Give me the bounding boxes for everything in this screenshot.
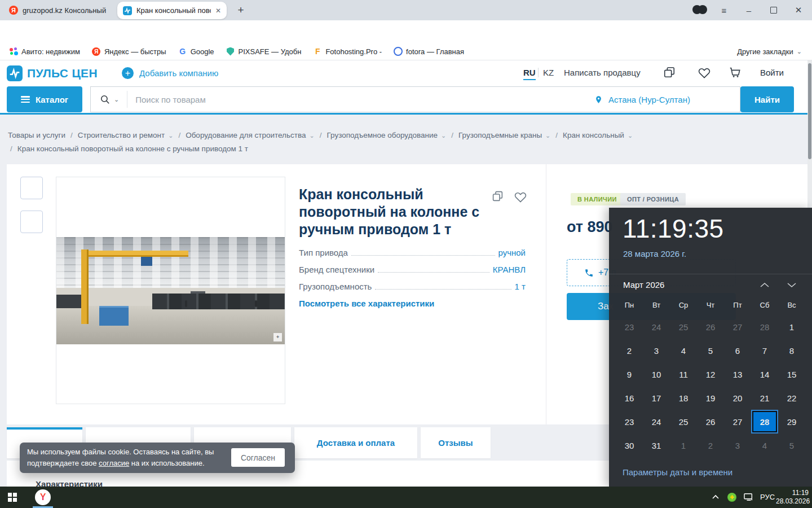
calendar-day[interactable]: 28 [751,410,778,433]
all-specs-link[interactable]: Посмотреть все характеристики [299,299,434,308]
tab-reviews[interactable]: Отзывы [421,427,491,458]
breadcrumb-link[interactable]: Грузоподъемное оборудование [326,130,438,141]
calendar-day[interactable]: 14 [751,362,778,386]
calendar-day[interactable]: 5 [778,433,805,457]
chevron-down-icon[interactable]: ⌄ [441,130,446,141]
chevron-down-icon[interactable]: ⌄ [168,130,173,141]
product-main-image[interactable]: ✦ [56,177,285,404]
calendar-day[interactable]: 1 [778,315,805,339]
find-button[interactable]: Найти [740,86,794,112]
bookmark-fotohosting[interactable]: F Fotohosting.Pro - [313,47,382,56]
bookmark-pixsafe[interactable]: PIXSAFE — Удобн [226,47,302,56]
tray-expand-icon[interactable] [712,494,720,500]
calendar-day[interactable]: 6 [724,339,751,362]
calendar-day[interactable]: 26 [697,315,724,339]
compare-icon[interactable] [492,190,505,204]
calendar-day[interactable]: 21 [751,386,778,410]
breadcrumb-link[interactable]: Строительство и ремонт [78,130,165,141]
chevron-down-icon[interactable]: ⌄ [309,130,314,141]
calendar-day[interactable]: 26 [697,410,724,433]
attr-value-link[interactable]: КРАНВЛ [493,265,526,274]
write-seller-link[interactable]: Написать продавцу [564,68,641,77]
add-company-button[interactable]: + Добавить компанию [122,67,218,79]
calendar-day[interactable]: 8 [778,339,805,362]
calendar-day[interactable]: 27 [724,410,751,433]
calendar-day[interactable]: 27 [724,315,751,339]
breadcrumb-link[interactable]: Товары и услуги [8,130,65,141]
breadcrumb-link[interactable]: Кран консольный [563,130,624,141]
attr-value-link[interactable]: ручной [498,248,526,257]
chevron-down-icon[interactable]: ⌄ [545,130,550,141]
yandex-browser-taskbar-icon[interactable]: Y [35,489,51,505]
calendar-day[interactable]: 29 [778,410,805,433]
calendar-day[interactable]: 20 [724,386,751,410]
attr-value-link[interactable]: 1 т [515,282,526,291]
catalog-button[interactable]: Каталог [7,86,82,112]
calendar-day[interactable]: 25 [670,315,697,339]
profile-avatar[interactable] [692,5,707,14]
lang-kz[interactable]: KZ [543,68,554,77]
browser-tab-inactive[interactable]: Я gruzopod.kz Консольный [9,0,114,20]
browser-tab-active[interactable]: Кран консольный пово ✕ [117,2,227,19]
calendar-day[interactable]: 24 [643,410,670,433]
restore-icon[interactable] [767,4,780,16]
breadcrumb-link[interactable]: Грузоподъемные краны [458,130,542,141]
calendar-prev-icon[interactable] [759,281,771,290]
cookie-consent-link[interactable]: согласие [99,459,129,467]
start-button[interactable] [8,493,17,502]
close-tab-icon[interactable]: ✕ [215,7,221,15]
favorite-heart-icon[interactable] [514,190,528,204]
calendar-next-icon[interactable] [786,281,798,290]
calendar-month-label[interactable]: Март 2026 [623,280,664,290]
calendar-day[interactable]: 19 [697,386,724,410]
calendar-day[interactable]: 10 [643,362,670,386]
calendar-day[interactable]: 18 [670,386,697,410]
clock-date-link[interactable]: 28 марта 2026 г. [623,249,686,259]
calendar-day[interactable]: 7 [751,339,778,362]
network-tray-icon[interactable] [743,493,754,502]
chevron-down-icon[interactable]: ⌄ [628,130,633,141]
breadcrumb-link[interactable]: Оборудование для строительства [186,130,306,141]
calendar-day[interactable]: 23 [616,410,643,433]
minimize-icon[interactable]: – [742,4,756,16]
calendar-day[interactable]: 23 [616,315,643,339]
calendar-day[interactable]: 24 [643,315,670,339]
calendar-day[interactable]: 3 [643,339,670,362]
calendar-day[interactable]: 30 [616,433,643,457]
calendar-day[interactable]: 3 [724,433,751,457]
favorites-heart-icon[interactable] [698,66,712,80]
close-window-icon[interactable]: ✕ [792,4,805,16]
calendar-day[interactable]: 25 [670,410,697,433]
calendar-day[interactable]: 22 [778,386,805,410]
city-selector[interactable]: Астана (Нур-Султан) [582,86,740,112]
calendar-day[interactable]: 15 [778,362,805,386]
search-input[interactable] [127,95,582,104]
calendar-day[interactable]: 9 [616,362,643,386]
calendar-day[interactable]: 2 [697,433,724,457]
date-time-settings-link[interactable]: Параметры даты и времени [623,467,732,477]
calendar-day[interactable]: 11 [670,362,697,386]
login-button[interactable]: Войти [760,68,784,77]
calendar-day[interactable]: 4 [751,433,778,457]
new-tab-button[interactable]: + [233,3,248,17]
bookmark-fotora[interactable]: fotora — Главная [394,47,464,56]
lang-ru[interactable]: RU [523,68,536,80]
cart-icon[interactable] [729,66,742,80]
other-bookmarks-button[interactable]: Другие закладки ⌄ [737,43,802,60]
calendar-day[interactable]: 4 [670,339,697,362]
pulscen-logo[interactable]: ПУЛЬС ЦЕН [7,65,98,81]
search-icon[interactable] [100,94,111,105]
tab-delivery[interactable]: Доставка и оплата [294,427,417,458]
calendar-day[interactable]: 13 [724,362,751,386]
image-thumbnail[interactable] [20,211,43,233]
cookie-accept-button[interactable]: Согласен [231,448,285,467]
antivirus-tray-icon[interactable]: ✚ [727,493,736,502]
calendar-day[interactable]: 1 [670,433,697,457]
compare-icon[interactable] [663,66,677,80]
calendar-day[interactable]: 31 [643,433,670,457]
bookmark-google[interactable]: G Google [178,47,214,56]
bookmark-avito[interactable]: Авито: недвижим [9,47,80,56]
chevron-down-icon[interactable]: ⌄ [114,96,119,103]
calendar-day[interactable]: 2 [616,339,643,362]
bookmark-yandex[interactable]: Я Яндекс — быстры [92,47,166,56]
